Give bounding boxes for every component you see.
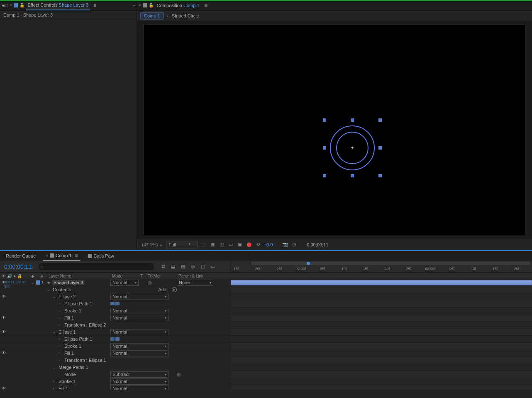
mode-dropdown[interactable]: Normal▾ bbox=[110, 315, 168, 321]
composition-tab[interactable]: Composition Comp 1 bbox=[155, 0, 201, 10]
close-tab-icon[interactable]: × bbox=[46, 253, 48, 258]
mode-dropdown[interactable]: Normal▾ bbox=[110, 386, 168, 390]
draft3d-icon[interactable]: ⬓ bbox=[169, 263, 177, 270]
visibility-toggle[interactable]: 👁 bbox=[2, 351, 7, 356]
layer-bar[interactable] bbox=[231, 280, 532, 285]
lock-icon[interactable]: 🔒 bbox=[20, 3, 24, 7]
twirl-icon[interactable]: ⌄ bbox=[53, 295, 57, 299]
add-button[interactable]: ▸ bbox=[172, 287, 177, 292]
mode-dropdown[interactable]: Normal▾ bbox=[110, 294, 168, 300]
twirl-icon[interactable]: › bbox=[53, 386, 57, 390]
refresh-icon[interactable]: ⟲ bbox=[255, 241, 261, 248]
twirl-icon[interactable]: ⌄ bbox=[53, 330, 57, 334]
canvas[interactable]: ✦ bbox=[144, 24, 525, 235]
nav-back-icon[interactable]: ‹ bbox=[167, 14, 168, 18]
search-input[interactable]: ⌕ bbox=[38, 263, 154, 271]
path-icons[interactable] bbox=[110, 337, 140, 341]
layer-row-ellipse1[interactable]: 👁 ⌄Ellipse 1 Normal▾ bbox=[0, 329, 532, 336]
resolution-dropdown[interactable]: Full ▾ bbox=[166, 241, 198, 248]
layer-row-transform[interactable]: ›Transform : Ellipse 1 bbox=[0, 357, 532, 364]
cats-paw-tab[interactable]: Cat's Paw bbox=[85, 251, 117, 261]
visibility-toggle[interactable]: 👁 bbox=[2, 294, 7, 299]
handle-bot-left[interactable] bbox=[323, 174, 326, 177]
mode-dropdown[interactable]: Normal▾ bbox=[110, 350, 168, 356]
layer-row-contents[interactable]: ⌄Contents Add:▸ bbox=[0, 286, 532, 293]
chevrons-icon[interactable]: » bbox=[132, 3, 135, 8]
transparency-grid-icon[interactable]: ▦ bbox=[209, 241, 216, 248]
layer-row-fill[interactable]: 👁 ›Fill 1 Normal▾ bbox=[0, 385, 532, 390]
twirl-icon[interactable]: › bbox=[59, 351, 63, 355]
time-ruler[interactable]: 15f20f25f02:00f05f10f15f20f25f03:00f05f1… bbox=[231, 261, 532, 272]
mode-dropdown[interactable]: Normal▾ bbox=[110, 308, 168, 314]
render-queue-tab[interactable]: Render Queue bbox=[3, 251, 38, 261]
exposure-value[interactable]: +0.0 bbox=[264, 242, 273, 247]
audio-col-icon[interactable]: 🔊 bbox=[7, 274, 12, 278]
effect-controls-tab[interactable]: Effect Controls Shape Layer 3 bbox=[26, 0, 90, 10]
motion-blur-icon[interactable]: ▢ bbox=[199, 263, 207, 270]
layer-row-merge-paths[interactable]: ⌄Merge Paths 1 bbox=[0, 364, 532, 371]
layer-row-stroke[interactable]: ›Stroke 1 Normal▾ bbox=[0, 378, 532, 385]
pickwhip-icon[interactable]: ◎ bbox=[177, 372, 181, 377]
panel-menu-icon[interactable]: ≡ bbox=[93, 2, 96, 8]
frame-blend-icon[interactable]: ◎ bbox=[189, 263, 197, 270]
blend-mode-dropdown[interactable]: Normal▾ bbox=[110, 280, 139, 286]
twirl-icon[interactable]: › bbox=[59, 337, 63, 341]
mode-dropdown[interactable]: Normal▾ bbox=[110, 378, 168, 385]
twirl-icon[interactable]: › bbox=[59, 323, 63, 327]
lock-col-icon[interactable]: 🔒 bbox=[17, 274, 22, 278]
twirl-icon[interactable]: › bbox=[59, 302, 63, 306]
path-icons[interactable] bbox=[110, 302, 140, 305]
timecode-main[interactable]: 0;00;00;11 bbox=[4, 263, 32, 270]
twirl-icon[interactable]: › bbox=[59, 344, 63, 348]
close-tab-icon[interactable]: × bbox=[10, 3, 12, 7]
timecode-display[interactable]: 0;00;00;11 bbox=[307, 242, 328, 247]
pickwhip-icon[interactable]: ◎ bbox=[148, 280, 152, 285]
guides-icon[interactable]: ▣ bbox=[237, 241, 243, 248]
close-tab-icon[interactable]: × bbox=[139, 3, 141, 7]
shy-icon[interactable]: ▤ bbox=[179, 263, 187, 270]
comp1-tab[interactable]: × Comp 1 ≡ bbox=[43, 251, 80, 261]
layer-row-ellipse2[interactable]: 👁 ⌄Ellipse 2 Normal▾ bbox=[0, 293, 532, 300]
show-snapshot-icon[interactable]: ◷ bbox=[291, 241, 298, 248]
shape-selection[interactable]: ✦ bbox=[325, 120, 380, 176]
lock-icon[interactable]: 🔒 bbox=[149, 3, 154, 7]
handle-bot-mid[interactable] bbox=[351, 174, 354, 177]
layer-row-ellipse-path[interactable]: ›Ellipse Path 1 bbox=[0, 336, 532, 343]
panel-menu-icon[interactable]: ≡ bbox=[75, 253, 78, 258]
comp-flowchart-icon[interactable]: ⇄ bbox=[159, 263, 167, 270]
playhead-nav[interactable] bbox=[307, 262, 310, 265]
panel-menu-icon[interactable]: ≡ bbox=[205, 2, 207, 8]
twirl-icon[interactable]: › bbox=[53, 379, 57, 383]
handle-mid-left[interactable] bbox=[323, 146, 326, 150]
zoom-dropdown[interactable]: (47.1%) ▾ bbox=[140, 241, 164, 248]
channels-icon[interactable]: ⬤ bbox=[246, 241, 252, 248]
3d-view-icon[interactable]: ▭ bbox=[227, 241, 234, 248]
merge-mode-dropdown[interactable]: Subtract▾ bbox=[110, 371, 168, 378]
mask-icon[interactable]: ◫ bbox=[218, 241, 225, 248]
layer-row-fill[interactable]: 👁 ›Fill 1 Normal▾ bbox=[0, 350, 532, 357]
canvas-area[interactable]: ✦ bbox=[137, 21, 532, 238]
visibility-toggle[interactable]: 👁 bbox=[2, 315, 7, 320]
handle-bot-right[interactable] bbox=[378, 174, 382, 177]
twirl-icon[interactable]: ⌄ bbox=[53, 365, 57, 369]
twirl-icon[interactable]: › bbox=[59, 358, 63, 362]
handle-top-mid[interactable] bbox=[351, 118, 354, 122]
roi-icon[interactable]: ⬚ bbox=[200, 241, 207, 248]
layer-row-transform[interactable]: ›Transform : Ellipse 2 bbox=[0, 322, 532, 329]
handle-top-right[interactable] bbox=[378, 118, 382, 122]
visibility-toggle[interactable]: 👁 bbox=[2, 329, 7, 334]
twirl-icon[interactable]: › bbox=[59, 316, 63, 320]
layer-name[interactable]: Shape Layer 3 bbox=[52, 280, 85, 285]
layer-row-fill[interactable]: 👁 ›Fill 1 Normal▾ bbox=[0, 314, 532, 322]
mode-dropdown[interactable]: Normal▾ bbox=[110, 343, 168, 349]
twirl-icon[interactable]: › bbox=[59, 309, 63, 313]
graph-editor-icon[interactable]: ▭ bbox=[209, 263, 217, 270]
layer-row-main[interactable]: 👁 ⌄ 1 ★Shape Layer 3 Normal▾ ◎ None▾ bbox=[0, 279, 532, 286]
label-col-icon[interactable]: ◆ bbox=[31, 274, 34, 278]
twirl-icon[interactable]: ⌄ bbox=[47, 287, 51, 292]
time-navigator[interactable] bbox=[251, 262, 530, 265]
layer-row-stroke[interactable]: ›Stroke 1 Normal▾ bbox=[0, 307, 532, 314]
color-label[interactable] bbox=[36, 280, 40, 285]
snapshot-icon[interactable]: 📷 bbox=[282, 241, 288, 248]
handle-mid-right[interactable] bbox=[378, 146, 382, 150]
